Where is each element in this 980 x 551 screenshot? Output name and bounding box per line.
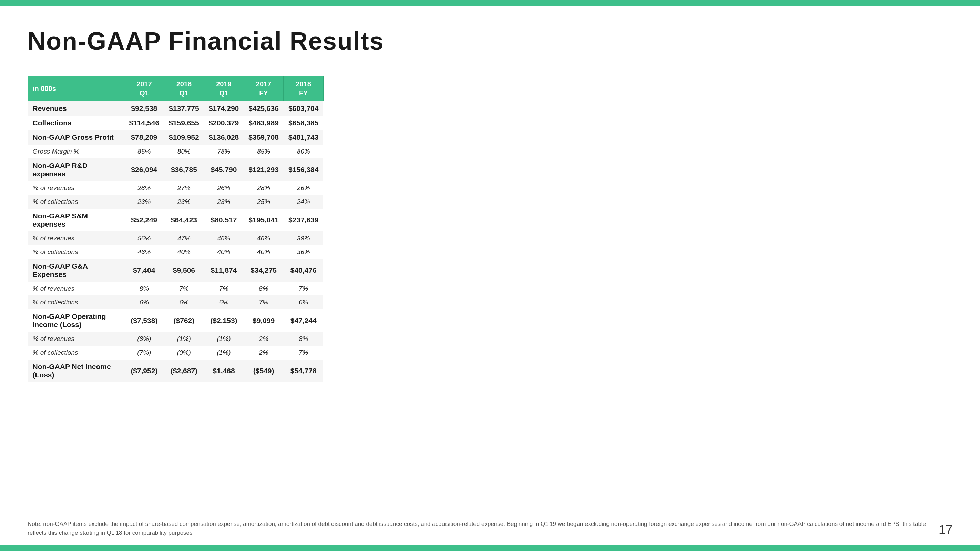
page-title: Non-GAAP Financial Results	[27, 27, 953, 55]
row-value: $483,989	[243, 116, 283, 130]
header-col-4: 2018 FY	[283, 76, 324, 101]
row-value: 80%	[164, 144, 204, 159]
row-label: % of revenues	[28, 282, 124, 295]
row-value: $11,874	[204, 259, 244, 282]
row-value: $114,546	[124, 116, 164, 130]
row-value: 2%	[243, 332, 283, 346]
table-row: % of revenues(8%)(1%)(1%)2%8%	[28, 332, 324, 346]
header-col-1: 2018 Q1	[164, 76, 204, 101]
row-value: $7,404	[124, 259, 164, 282]
table-row: Non-GAAP S&M expenses$52,249$64,423$80,5…	[28, 209, 324, 232]
row-value: ($7,952)	[124, 359, 164, 382]
row-value: $137,775	[164, 101, 204, 116]
row-value: 6%	[204, 295, 244, 309]
row-value: 27%	[164, 181, 204, 195]
row-value: (0%)	[164, 346, 204, 359]
row-value: 7%	[283, 282, 324, 295]
row-value: 46%	[124, 245, 164, 259]
row-value: $36,785	[164, 159, 204, 181]
row-value: 7%	[164, 282, 204, 295]
row-value: $64,423	[164, 209, 204, 232]
row-value: 6%	[164, 295, 204, 309]
row-value: $359,708	[243, 130, 283, 144]
row-value: $54,778	[283, 359, 324, 382]
row-value: 7%	[243, 295, 283, 309]
row-value: $34,275	[243, 259, 283, 282]
row-value: 36%	[283, 245, 324, 259]
row-value: $78,209	[124, 130, 164, 144]
row-value: (1%)	[204, 332, 244, 346]
row-value: 80%	[283, 144, 324, 159]
row-value: 85%	[243, 144, 283, 159]
row-label: % of revenues	[28, 181, 124, 195]
row-value: $109,952	[164, 130, 204, 144]
header-col-2: 2019 Q1	[204, 76, 244, 101]
row-value: 2%	[243, 346, 283, 359]
row-value: $121,293	[243, 159, 283, 181]
row-value: 40%	[243, 245, 283, 259]
table-row: Collections$114,546$159,655$200,379$483,…	[28, 116, 324, 130]
row-label: Non-GAAP G&A Expenses	[28, 259, 124, 282]
table-row: % of revenues28%27%26%28%26%	[28, 181, 324, 195]
row-label: Revenues	[28, 101, 124, 116]
financial-table: in 000s 2017 Q1 2018 Q1 2019 Q1 2017	[27, 76, 324, 382]
row-value: 26%	[283, 181, 324, 195]
row-value: $9,099	[243, 309, 283, 332]
row-value: $195,041	[243, 209, 283, 232]
row-label: % of collections	[28, 295, 124, 309]
row-value: 6%	[124, 295, 164, 309]
row-label: Non-GAAP S&M expenses	[28, 209, 124, 232]
row-value: $200,379	[204, 116, 244, 130]
row-value: ($7,538)	[124, 309, 164, 332]
row-label: % of collections	[28, 346, 124, 359]
row-label: Gross Margin %	[28, 144, 124, 159]
row-value: 26%	[204, 181, 244, 195]
row-value: (7%)	[124, 346, 164, 359]
row-value: $47,244	[283, 309, 324, 332]
table-row: Non-GAAP Gross Profit$78,209$109,952$136…	[28, 130, 324, 144]
row-value: $156,384	[283, 159, 324, 181]
row-value: $52,249	[124, 209, 164, 232]
table-row: % of collections23%23%23%25%24%	[28, 195, 324, 209]
row-value: 7%	[283, 346, 324, 359]
table-header-row: in 000s 2017 Q1 2018 Q1 2019 Q1 2017	[28, 76, 324, 101]
header-col-0: 2017 Q1	[124, 76, 164, 101]
row-value: 28%	[243, 181, 283, 195]
row-value: (1%)	[164, 332, 204, 346]
row-value: $45,790	[204, 159, 244, 181]
table-row: Non-GAAP R&D expenses$26,094$36,785$45,7…	[28, 159, 324, 181]
row-value: 7%	[204, 282, 244, 295]
row-value: 8%	[283, 332, 324, 346]
row-value: 39%	[283, 232, 324, 245]
row-label: Non-GAAP Net Income (Loss)	[28, 359, 124, 382]
row-label: % of collections	[28, 245, 124, 259]
row-value: $26,094	[124, 159, 164, 181]
row-value: $603,704	[283, 101, 324, 116]
row-label: % of revenues	[28, 332, 124, 346]
row-value: 23%	[204, 195, 244, 209]
row-value: 6%	[283, 295, 324, 309]
row-value: ($2,687)	[164, 359, 204, 382]
row-value: ($549)	[243, 359, 283, 382]
row-value: $136,028	[204, 130, 244, 144]
row-value: $425,636	[243, 101, 283, 116]
row-value: 78%	[204, 144, 244, 159]
table-row: % of collections46%40%40%40%36%	[28, 245, 324, 259]
financial-table-container: in 000s 2017 Q1 2018 Q1 2019 Q1 2017	[27, 76, 262, 382]
row-value: 40%	[164, 245, 204, 259]
table-row: Revenues$92,538$137,775$174,290$425,636$…	[28, 101, 324, 116]
row-value: 23%	[164, 195, 204, 209]
row-value: 56%	[124, 232, 164, 245]
row-label: % of collections	[28, 195, 124, 209]
row-value: $80,517	[204, 209, 244, 232]
row-value: 24%	[283, 195, 324, 209]
row-value: 8%	[124, 282, 164, 295]
row-value: (1%)	[204, 346, 244, 359]
row-value: ($2,153)	[204, 309, 244, 332]
row-value: $174,290	[204, 101, 244, 116]
row-value: 25%	[243, 195, 283, 209]
row-value: 8%	[243, 282, 283, 295]
header-label: in 000s	[28, 76, 124, 101]
row-value: (8%)	[124, 332, 164, 346]
row-label: Non-GAAP Operating Income (Loss)	[28, 309, 124, 332]
